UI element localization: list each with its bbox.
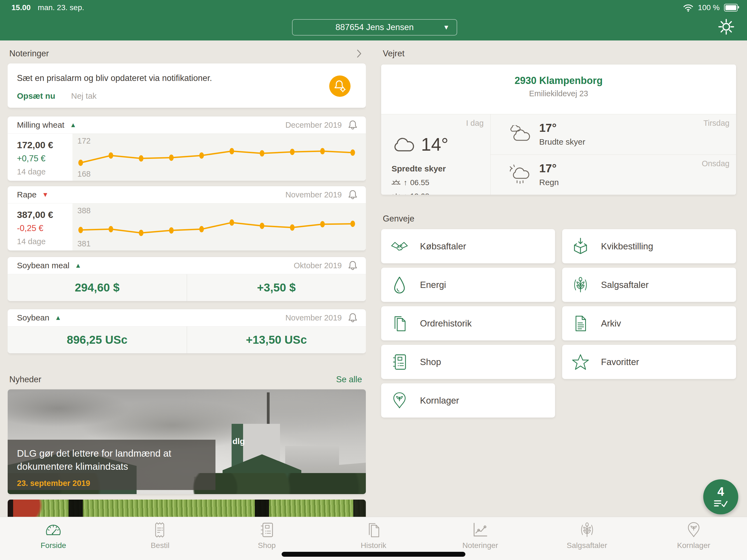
dlg-logo: dlg	[232, 437, 245, 446]
chevron-right-icon[interactable]	[356, 49, 362, 58]
commodity-name: Soybean	[17, 313, 49, 322]
commodity-name: Soybean meal	[17, 261, 70, 270]
setup-alarm-button[interactable]: Opsæt nu	[17, 91, 55, 101]
section-title-nyheder: Nyheder	[9, 375, 41, 384]
quote-card-body: 172,00 € +0,75 € 14 dage 172 168	[8, 134, 366, 181]
shortcut-kobsaftaler[interactable]: Købsaftaler	[381, 229, 555, 263]
price-change: +0,75 €	[17, 154, 73, 163]
price-value: 896,25 USc	[8, 327, 187, 353]
wheat-icon	[571, 276, 590, 294]
nyheder-header: Nyheder Se alle	[9, 375, 362, 384]
trend-up-icon: ▲	[55, 314, 61, 322]
news-article-card-partial[interactable]	[8, 500, 366, 517]
shortcut-label: Energi	[420, 280, 446, 290]
price-value: 172,00 €	[17, 140, 73, 150]
checklist-icon	[714, 499, 728, 508]
shortcut-ordrehistorik[interactable]: Ordrehistorik	[381, 306, 555, 340]
tab-label: Shop	[258, 541, 276, 550]
weather-location: 2930 Klampenborg	[381, 75, 736, 86]
shortcut-grid: Købsaftaler Kvikbestilling Energi Salgsa…	[381, 229, 736, 417]
line-chart	[73, 134, 366, 181]
shortcut-favoritter[interactable]: Favoritter	[562, 345, 736, 379]
receipt-icon	[152, 521, 169, 538]
shortcut-salgsaftaler[interactable]: Salgsaftaler	[562, 268, 736, 302]
tab-salgsaftaler[interactable]: Salgsaftaler	[534, 517, 640, 560]
quote-card-milling-wheat[interactable]: Milling wheat ▲ December 2019 172,00 € +…	[8, 117, 366, 181]
status-bar-left: 15.00 man. 23. sep.	[11, 3, 84, 12]
grain-pin-icon	[390, 391, 409, 410]
sunrise-arrow: ↑	[404, 178, 407, 187]
bell-icon[interactable]	[348, 312, 358, 323]
date: man. 23. sep.	[38, 3, 84, 12]
notebook-icon	[390, 353, 409, 371]
status-bar-right: 100 %	[683, 3, 738, 12]
weather-forecast: Tirsdag 17° Brudte skyer Onsdag	[491, 114, 736, 195]
banner-actions: Opsæt nu Nej tak	[17, 91, 97, 101]
tab-label: Historik	[361, 541, 386, 550]
sunrise-icon	[391, 179, 401, 186]
trend-up-icon: ▲	[70, 121, 76, 129]
price-change: +13,50 USc	[187, 327, 366, 353]
home-indicator[interactable]	[282, 552, 465, 557]
tab-label: Noteringer	[462, 541, 498, 550]
price-value: 294,60 $	[8, 274, 187, 301]
quote-card-rape[interactable]: Rape ▼ November 2019 387,00 € -0,25 € 14…	[8, 186, 366, 251]
wifi-icon	[683, 4, 694, 12]
forecast-day: Tirsdag	[703, 119, 729, 128]
forecast-temperature: 17°	[539, 162, 559, 175]
bell-icon[interactable]	[348, 189, 358, 200]
price-column: 172,00 € +0,75 € 14 dage	[8, 134, 73, 181]
tab-forside[interactable]: Forside	[0, 517, 107, 560]
weather-card[interactable]: 2930 Klampenborg Emiliekildevej 23 I dag…	[381, 65, 736, 195]
price-period: 14 dage	[17, 237, 73, 246]
documents-icon	[365, 521, 382, 538]
price-column: 387,00 € -0,25 € 14 dage	[8, 203, 73, 251]
tab-kornlager[interactable]: Kornlager	[640, 517, 747, 560]
account-selector-label: 887654 Jens Jensen	[335, 22, 414, 32]
account-selector[interactable]: 887654 Jens Jensen ▼	[292, 19, 457, 35]
shortcut-shop[interactable]: Shop	[381, 345, 555, 379]
line-chart-icon	[472, 521, 489, 538]
left-column: Noteringer Sæt en prisalarm og bliv opda…	[8, 41, 366, 517]
shortcut-arkiv[interactable]: Arkiv	[562, 306, 736, 340]
section-title-noteringer: Noteringer	[9, 49, 49, 58]
contract-month: November 2019	[285, 190, 342, 199]
basket-fab[interactable]: 4	[703, 479, 738, 514]
shortcut-kvikbestilling[interactable]: Kvikbestilling	[562, 229, 736, 263]
section-title-genveje: Genveje	[383, 214, 414, 224]
price-alarm-button[interactable]	[329, 75, 351, 97]
settings-gear-icon[interactable]	[718, 18, 735, 35]
shortcut-label: Kornlager	[420, 396, 459, 406]
notebook-icon	[258, 521, 275, 538]
news-headline: DLG gør det lettere for landmænd at doku…	[17, 447, 206, 473]
shortcut-label: Shop	[420, 357, 441, 367]
shortcut-label: Salgsaftaler	[601, 280, 649, 290]
quote-values: 896,25 USc +13,50 USc	[8, 327, 366, 353]
section-title-vejret: Vejret	[383, 49, 404, 58]
quote-card-head: Soybean meal ▲ Oktober 2019	[8, 257, 366, 274]
weather-today-cell: I dag 14° Spredte skyer ↑ 06.55 ↓ 19	[381, 114, 491, 195]
app-screen: 15.00 man. 23. sep. 100 % 887654 Jens Je…	[0, 0, 747, 560]
sparkline-chart: 172 168	[73, 134, 366, 181]
tab-bestil[interactable]: Bestil	[107, 517, 213, 560]
forecast-temperature: 17°	[539, 121, 585, 134]
dismiss-alarm-button[interactable]: Nej tak	[71, 91, 97, 101]
commodity-name: Rape	[17, 190, 36, 199]
shortcut-kornlager[interactable]: Kornlager	[381, 383, 555, 417]
sunset-arrow: ↓	[404, 192, 407, 195]
trend-up-icon: ▲	[75, 262, 81, 269]
sunset-time: 19.08	[410, 192, 429, 195]
shortcut-energi[interactable]: Energi	[381, 268, 555, 302]
quote-card-head: Rape ▼ November 2019	[8, 186, 366, 203]
bell-icon[interactable]	[348, 260, 358, 271]
shortcut-label: Købsaftaler	[420, 241, 466, 252]
documents-icon	[390, 314, 409, 332]
quote-card-soybean-meal[interactable]: Soybean meal ▲ Oktober 2019 294,60 $ +3,…	[8, 257, 366, 301]
news-article-card[interactable]: dlg DLG gør det lettere for landmænd at …	[8, 389, 366, 494]
bell-icon[interactable]	[348, 120, 358, 130]
see-all-link[interactable]: Se alle	[336, 375, 362, 384]
quote-card-soybean[interactable]: Soybean ▲ November 2019 896,25 USc +13,5…	[8, 309, 366, 353]
package-down-icon	[571, 237, 590, 255]
forecast-day: Onsdag	[702, 159, 729, 168]
droplet-icon	[390, 276, 409, 294]
